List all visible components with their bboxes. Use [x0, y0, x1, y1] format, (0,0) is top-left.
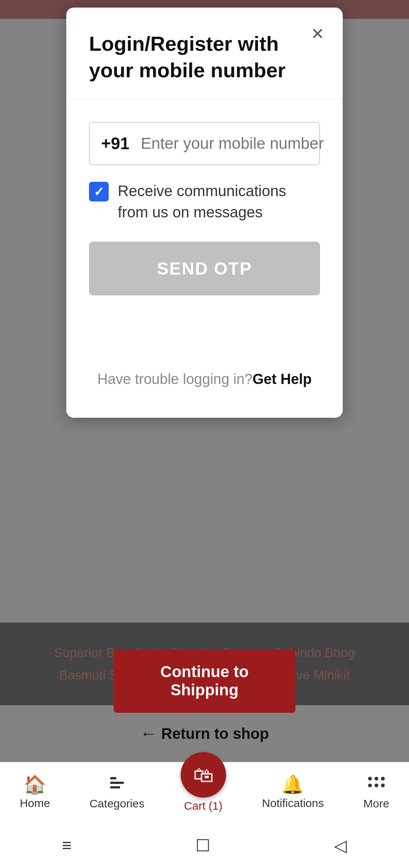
- nav-label-notifications: Notifications: [262, 797, 324, 810]
- modal-title: Login/Register with your mobile number: [89, 30, 320, 83]
- system-home-button[interactable]: ☐: [195, 836, 210, 855]
- system-back-button[interactable]: ◁: [334, 836, 347, 855]
- phone-number-input[interactable]: [141, 134, 341, 153]
- notifications-icon: 🔔: [281, 776, 304, 794]
- communications-checkbox[interactable]: ✓: [89, 182, 109, 201]
- phone-prefix: +91: [101, 134, 130, 153]
- phone-input-wrapper: +91: [89, 122, 320, 165]
- nav-label-cart: Cart (1): [184, 799, 223, 812]
- trouble-text-static: Have trouble logging in?: [97, 371, 253, 387]
- communications-checkbox-row: ✓ Receive communications from us on mess…: [89, 180, 320, 223]
- nav-label-more: More: [363, 797, 389, 810]
- system-navigation-bar: ≡ ☐ ◁: [0, 823, 409, 868]
- svg-point-4: [375, 777, 378, 781]
- nav-item-categories[interactable]: Categories: [89, 775, 144, 810]
- categories-icon: [109, 775, 125, 794]
- bottom-navigation: 🏠 Home Categories 🛍 Cart (1) 🔔 Notificat…: [0, 762, 409, 823]
- checkout-actions: Continue to Shipping ← Return to shop: [0, 626, 409, 758]
- get-help-link[interactable]: Get Help: [253, 371, 312, 387]
- login-register-modal: Login/Register with your mobile number ×…: [66, 8, 343, 418]
- modal-title-bold: Login/Register: [89, 32, 232, 55]
- more-icon: [367, 775, 386, 794]
- svg-rect-2: [110, 786, 120, 788]
- modal-close-button[interactable]: ×: [311, 23, 324, 44]
- svg-rect-1: [110, 782, 124, 784]
- svg-point-6: [368, 784, 372, 787]
- modal-spacer: [89, 318, 320, 364]
- svg-rect-0: [110, 777, 116, 779]
- svg-point-7: [375, 784, 378, 787]
- communications-checkbox-label: Receive communications from us on messag…: [118, 180, 320, 223]
- send-otp-button[interactable]: SEND OTP: [89, 242, 320, 295]
- return-to-shop-link[interactable]: ← Return to shop: [140, 724, 269, 743]
- checkbox-check-icon: ✓: [94, 184, 104, 199]
- continue-to-shipping-button[interactable]: Continue to Shipping: [114, 649, 295, 713]
- nav-item-notifications[interactable]: 🔔 Notifications: [262, 776, 324, 810]
- home-icon: 🏠: [23, 776, 46, 794]
- svg-point-8: [381, 784, 385, 787]
- svg-point-5: [381, 777, 385, 781]
- cart-fab[interactable]: 🛍: [181, 752, 226, 798]
- nav-item-cart[interactable]: 🛍 Cart (1): [184, 773, 223, 812]
- nav-label-home: Home: [20, 797, 50, 810]
- nav-item-home[interactable]: 🏠 Home: [20, 776, 50, 810]
- trouble-logging-in-text: Have trouble logging in?Get Help: [89, 371, 320, 387]
- modal-header: Login/Register with your mobile number ×: [66, 8, 343, 99]
- svg-point-3: [368, 777, 372, 781]
- nav-label-categories: Categories: [89, 797, 144, 810]
- nav-item-more[interactable]: More: [363, 775, 389, 810]
- modal-body: +91 ✓ Receive communications from us on …: [66, 99, 343, 418]
- return-to-shop-label: Return to shop: [161, 725, 269, 742]
- system-menu-button[interactable]: ≡: [62, 836, 72, 855]
- arrow-left-icon: ←: [140, 724, 157, 743]
